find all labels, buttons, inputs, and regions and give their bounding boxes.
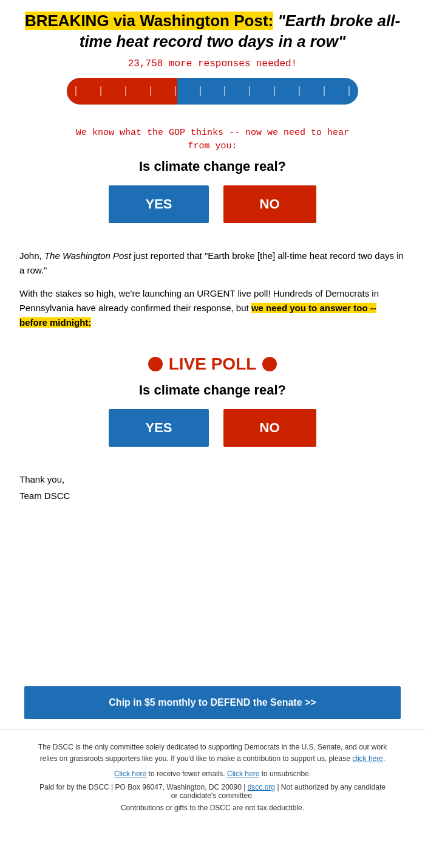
tick <box>150 86 151 96</box>
live-poll-label: LIVE POLL <box>169 354 257 374</box>
thank-you-text: Thank you, <box>19 471 406 487</box>
breaking-label: BREAKING via Washington Post: <box>25 12 273 30</box>
red-circle-right-icon <box>262 357 277 371</box>
tick <box>100 86 101 96</box>
knows-line2: from you: <box>188 141 237 151</box>
knows-text: We know what the GOP thinks -- now we ne… <box>18 126 407 154</box>
live-poll-question: Is climate change real? <box>18 382 407 398</box>
footer-disclaimer-text: The DSCC is the only committee solely de… <box>38 743 387 763</box>
first-question-title: Is climate change real? <box>18 159 407 174</box>
progress-ticks <box>67 78 358 105</box>
unsubscribe-link[interactable]: Click here <box>227 770 259 778</box>
footer-contributions: Contributions or gifts to the DSCC are n… <box>36 804 389 812</box>
body-text-section: John, The Washington Post just reported … <box>0 239 425 348</box>
tick <box>274 86 275 96</box>
first-buttons-row: YES NO <box>18 185 407 223</box>
fewer-emails-text: to receive fewer emails. <box>146 770 227 778</box>
footer-section: The DSCC is the only committee solely de… <box>0 729 425 824</box>
header-section: BREAKING via Washington Post: "Earth bro… <box>0 0 425 122</box>
tick <box>348 86 350 96</box>
footer-disclaimer-suffix: . <box>383 754 385 763</box>
footer-disclaimer: The DSCC is the only committee solely de… <box>36 742 389 765</box>
second-yes-button[interactable]: YES <box>109 409 208 447</box>
para1-pre: John, <box>19 250 44 261</box>
second-buttons-row: YES NO <box>18 409 407 447</box>
second-no-button[interactable]: NO <box>223 409 316 447</box>
first-yes-button[interactable]: YES <box>109 185 208 223</box>
tick <box>224 86 225 96</box>
breaking-title: BREAKING via Washington Post: "Earth bro… <box>18 11 407 52</box>
tick <box>324 86 325 96</box>
footer-email-links: Click here to receive fewer emails. Clic… <box>36 770 389 778</box>
progress-bar <box>67 78 358 105</box>
dscc-link[interactable]: dscc.org <box>248 783 275 791</box>
live-poll-header: LIVE POLL <box>18 354 407 374</box>
tick <box>299 86 300 96</box>
tick <box>200 86 201 96</box>
footer-paid-line: Paid for by the DSCC | PO Box 96047, Was… <box>36 783 389 800</box>
whitespace-section <box>0 516 425 686</box>
live-poll-section: LIVE POLL Is climate change real? YES NO <box>0 348 425 465</box>
tick <box>175 86 176 96</box>
responses-needed: 23,758 more responses needed! <box>18 58 407 69</box>
donate-button[interactable]: Chip in $5 monthly to DEFEND the Senate … <box>109 697 316 708</box>
fewer-emails-link[interactable]: Click here <box>114 770 146 778</box>
sign-off-section: Thank you, Team DSCC <box>0 465 425 516</box>
wapo-name: The Washington Post <box>44 250 131 261</box>
knows-line1: We know what the GOP thinks -- now we ne… <box>76 128 349 138</box>
footer-paid-pre: Paid for by the DSCC | PO Box 96047, Was… <box>39 783 248 791</box>
main-container: BREAKING via Washington Post: "Earth bro… <box>0 0 425 824</box>
donate-banner[interactable]: Chip in $5 monthly to DEFEND the Senate … <box>24 686 401 719</box>
team-name: Team DSCC <box>19 487 406 504</box>
knows-section: We know what the GOP thinks -- now we ne… <box>0 122 425 239</box>
red-circle-left-icon <box>148 357 163 371</box>
tick <box>125 86 126 96</box>
tick <box>249 86 250 96</box>
first-no-button[interactable]: NO <box>223 185 316 223</box>
footer-click-here-contribute[interactable]: click here <box>352 754 383 763</box>
body-paragraph1: John, The Washington Post just reported … <box>19 249 406 278</box>
tick <box>75 86 76 96</box>
body-paragraph2: With the stakes so high, we're launching… <box>19 286 406 330</box>
unsubscribe-text: to unsubscribe. <box>259 770 311 778</box>
